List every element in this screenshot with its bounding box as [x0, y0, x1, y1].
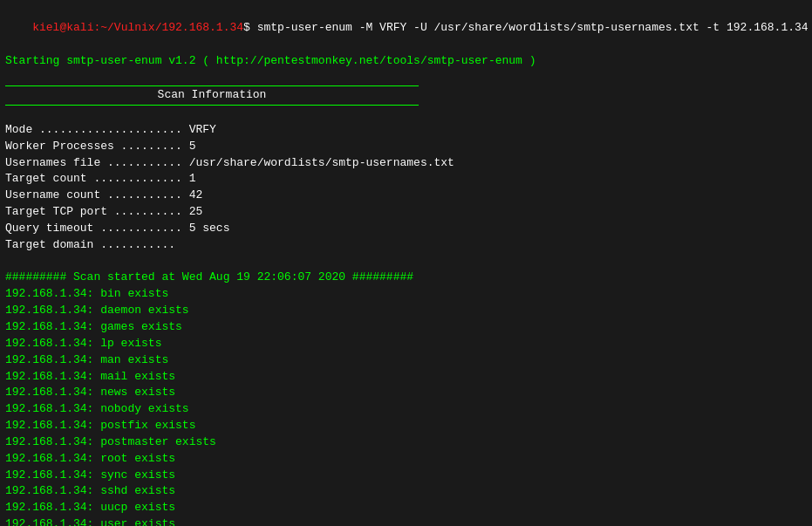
starting-line: Starting smtp-user-enum v1.2 ( http://pe… [5, 53, 807, 70]
scan-detail-4: Username count ........... 42 [5, 188, 807, 204]
terminal-window: kiel@kali:~/Vulnix/192.168.1.34$ smtp-us… [0, 0, 812, 526]
command-line: kiel@kali:~/Vulnix/192.168.1.34$ smtp-us… [5, 3, 807, 53]
result-8: 192.168.1.34: postfix exists [5, 418, 807, 434]
prompt-dollar: $ [243, 21, 257, 34]
scan-info-title: Scan Information [5, 86, 419, 105]
scan-started: ######### Scan started at Wed Aug 19 22:… [5, 270, 807, 286]
prompt-user: kiel@kali [32, 21, 93, 34]
scan-detail-5: Target TCP port .......... 25 [5, 204, 807, 221]
scan-info-container: Scan Information [5, 85, 419, 106]
blank-2 [5, 106, 807, 122]
result-4: 192.168.1.34: man exists [5, 352, 807, 369]
scan-detail-6: Query timeout ............ 5 secs [5, 221, 807, 237]
scan-detail-1: Worker Processes ......... 5 [5, 139, 807, 155]
blank-1 [5, 69, 807, 85]
result-9: 192.168.1.34: postmaster exists [5, 434, 807, 451]
result-6: 192.168.1.34: news exists [5, 385, 807, 401]
result-0: 192.168.1.34: bin exists [5, 286, 807, 303]
result-10: 192.168.1.34: root exists [5, 451, 807, 468]
result-11: 192.168.1.34: sync exists [5, 468, 807, 484]
prompt-path: ~/Vulnix/192.168.1.34 [100, 21, 243, 34]
result-12: 192.168.1.34: sshd exists [5, 483, 807, 500]
scan-detail-7: Target domain ........... [5, 237, 807, 254]
scan-detail-2: Usernames file ........... /usr/share/wo… [5, 155, 807, 172]
scan-detail-3: Target count ............. 1 [5, 171, 807, 188]
blank-3 [5, 254, 807, 270]
result-5: 192.168.1.34: mail exists [5, 369, 807, 386]
result-3: 192.168.1.34: lp exists [5, 336, 807, 352]
command-text: smtp-user-enum -M VRFY -U /usr/share/wor… [257, 21, 809, 34]
result-14: 192.168.1.34: user exists [5, 516, 807, 526]
scan-detail-0: Mode ..................... VRFY [5, 122, 807, 139]
result-13: 192.168.1.34: uucp exists [5, 500, 807, 516]
result-1: 192.168.1.34: daemon exists [5, 303, 807, 319]
result-2: 192.168.1.34: games exists [5, 319, 807, 336]
result-7: 192.168.1.34: nobody exists [5, 401, 807, 418]
